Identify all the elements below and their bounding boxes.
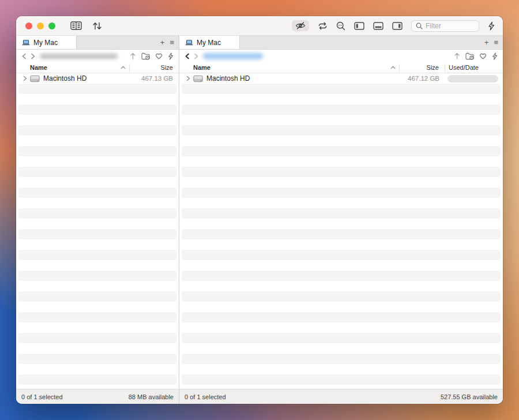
left-column-name[interactable]: Name bbox=[16, 64, 129, 71]
right-column-header: Name Size Used/Date bbox=[179, 62, 503, 73]
empty-row bbox=[182, 354, 501, 364]
right-row-macintosh-hd[interactable]: Macintosh HD 467.12 GB bbox=[179, 73, 503, 84]
sort-ascending-icon bbox=[390, 66, 396, 69]
close-button[interactable] bbox=[25, 22, 32, 29]
right-column-name[interactable]: Name bbox=[179, 64, 399, 71]
empty-row bbox=[179, 239, 503, 250]
left-path-redacted[interactable] bbox=[40, 54, 118, 59]
empty-row bbox=[182, 271, 501, 281]
right-available-space: 527.55 GB available bbox=[441, 393, 498, 400]
empty-row bbox=[18, 146, 176, 156]
right-column-used-date[interactable]: Used/Date bbox=[445, 64, 503, 71]
left-tab-label: My Mac bbox=[33, 39, 58, 47]
right-file-list: Macintosh HD 467.12 GB bbox=[179, 73, 503, 389]
filter-input[interactable] bbox=[426, 22, 475, 30]
empty-row bbox=[179, 281, 503, 291]
filter-field[interactable] bbox=[411, 20, 479, 32]
bolt-menu-icon[interactable] bbox=[168, 52, 174, 60]
left-status-bar: 0 of 1 selected 88 MB available bbox=[16, 389, 179, 404]
left-selection-status: 0 of 1 selected bbox=[21, 393, 63, 400]
show-hidden-files-toggle[interactable] bbox=[292, 20, 309, 31]
empty-row bbox=[18, 125, 176, 136]
empty-row bbox=[179, 219, 503, 229]
favorites-heart-icon[interactable] bbox=[479, 52, 487, 59]
favorites-heart-icon[interactable] bbox=[155, 52, 163, 59]
empty-row bbox=[182, 208, 501, 219]
empty-row bbox=[182, 333, 501, 343]
file-manager-window: My Mac + ≡ bbox=[16, 16, 503, 404]
forward-icon[interactable] bbox=[194, 53, 199, 59]
filter-magnifier-icon bbox=[416, 22, 423, 29]
minimize-button[interactable] bbox=[37, 22, 44, 29]
dual-pane-book-icon[interactable] bbox=[70, 21, 82, 30]
empty-row bbox=[179, 198, 503, 208]
left-file-list: Macintosh HD 467.13 GB bbox=[16, 73, 179, 389]
empty-row bbox=[16, 322, 179, 333]
forward-icon[interactable] bbox=[31, 53, 36, 59]
empty-row bbox=[182, 104, 501, 115]
empty-row bbox=[16, 281, 179, 291]
layout-right-panel-icon[interactable] bbox=[392, 22, 403, 30]
right-add-tab-button[interactable]: + bbox=[484, 39, 489, 46]
search-icon[interactable] bbox=[336, 21, 345, 31]
right-path-redacted-selected[interactable] bbox=[203, 53, 263, 59]
empty-row bbox=[18, 312, 176, 322]
empty-row bbox=[16, 260, 179, 271]
empty-row bbox=[179, 260, 503, 271]
empty-row bbox=[16, 94, 179, 104]
empty-row bbox=[18, 229, 176, 239]
empty-row bbox=[182, 312, 501, 322]
empty-row bbox=[18, 167, 176, 177]
up-directory-icon[interactable] bbox=[454, 52, 460, 59]
titlebar[interactable] bbox=[16, 16, 503, 36]
empty-row bbox=[16, 239, 179, 250]
left-add-tab-button[interactable]: + bbox=[160, 39, 165, 46]
left-path-bar bbox=[16, 50, 179, 62]
empty-row bbox=[182, 187, 501, 198]
sync-refresh-icon[interactable] bbox=[318, 22, 328, 30]
left-column-size[interactable]: Size bbox=[130, 64, 179, 71]
right-tab-label: My Mac bbox=[197, 39, 221, 47]
empty-row bbox=[18, 374, 176, 385]
empty-row bbox=[16, 302, 179, 312]
right-tab-my-mac[interactable]: My Mac bbox=[179, 36, 240, 49]
hard-drive-icon bbox=[30, 75, 40, 82]
used-space-bar-track bbox=[447, 75, 498, 82]
file-size: 467.12 GB bbox=[400, 75, 445, 82]
empty-row bbox=[18, 104, 176, 115]
disclosure-chevron-icon[interactable] bbox=[21, 76, 29, 81]
empty-row bbox=[16, 343, 179, 354]
back-icon[interactable] bbox=[21, 53, 27, 59]
hard-drive-icon bbox=[193, 75, 203, 82]
empty-row bbox=[16, 115, 179, 125]
left-tab-menu-button[interactable]: ≡ bbox=[170, 39, 174, 46]
empty-row bbox=[18, 291, 176, 302]
right-column-size[interactable]: Size bbox=[400, 64, 445, 71]
empty-row bbox=[182, 146, 501, 156]
empty-row bbox=[16, 177, 179, 187]
layout-left-panel-icon[interactable] bbox=[354, 22, 364, 30]
empty-row bbox=[179, 136, 503, 146]
recent-folders-icon[interactable] bbox=[141, 52, 150, 60]
layout-bottom-panel-icon[interactable] bbox=[373, 22, 383, 30]
file-name: Macintosh HD bbox=[206, 74, 400, 82]
empty-row bbox=[179, 364, 503, 374]
empty-row bbox=[182, 125, 501, 136]
left-tab-my-mac[interactable]: My Mac bbox=[16, 36, 77, 49]
left-tab-bar: My Mac + ≡ bbox=[16, 36, 179, 50]
left-available-space: 88 MB available bbox=[129, 393, 174, 400]
empty-row bbox=[179, 322, 503, 333]
up-directory-icon[interactable] bbox=[130, 52, 136, 59]
bolt-menu-icon[interactable] bbox=[492, 52, 498, 60]
sort-transfer-arrows-icon[interactable] bbox=[92, 21, 102, 31]
left-row-macintosh-hd[interactable]: Macintosh HD 467.13 GB bbox=[16, 73, 179, 84]
quick-actions-bolt-icon[interactable] bbox=[488, 21, 495, 31]
recent-folders-icon[interactable] bbox=[465, 52, 474, 60]
right-tab-menu-button[interactable]: ≡ bbox=[494, 39, 498, 46]
disclosure-chevron-icon[interactable] bbox=[184, 76, 192, 81]
left-column-header: Name Size bbox=[16, 62, 179, 73]
back-icon[interactable] bbox=[185, 53, 190, 59]
zoom-button[interactable] bbox=[48, 22, 55, 29]
empty-row bbox=[16, 136, 179, 146]
used-space-cell bbox=[445, 75, 503, 82]
